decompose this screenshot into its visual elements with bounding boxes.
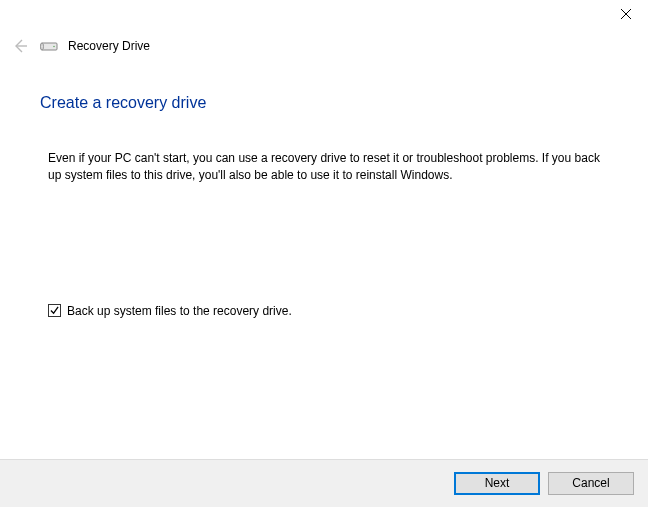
back-button[interactable] <box>10 36 30 56</box>
titlebar <box>0 0 648 30</box>
footer: Next Cancel <box>0 459 648 507</box>
page-description: Even if your PC can't start, you can use… <box>48 150 608 184</box>
content-area: Create a recovery drive Even if your PC … <box>0 60 648 459</box>
svg-point-4 <box>41 43 44 50</box>
next-button[interactable]: Next <box>454 472 540 495</box>
recovery-drive-wizard: Recovery Drive Create a recovery drive E… <box>0 0 648 507</box>
cancel-button[interactable]: Cancel <box>548 472 634 495</box>
page-heading: Create a recovery drive <box>40 94 608 112</box>
backup-checkbox[interactable] <box>48 304 61 317</box>
svg-point-5 <box>53 46 55 48</box>
back-arrow-icon <box>12 38 28 54</box>
header: Recovery Drive <box>0 30 648 60</box>
backup-checkbox-row[interactable]: Back up system files to the recovery dri… <box>48 304 608 318</box>
window-title: Recovery Drive <box>68 39 150 53</box>
close-icon <box>621 9 631 19</box>
close-button[interactable] <box>603 0 648 28</box>
backup-checkbox-label: Back up system files to the recovery dri… <box>67 304 292 318</box>
drive-icon <box>40 39 58 53</box>
checkmark-icon <box>50 306 59 315</box>
